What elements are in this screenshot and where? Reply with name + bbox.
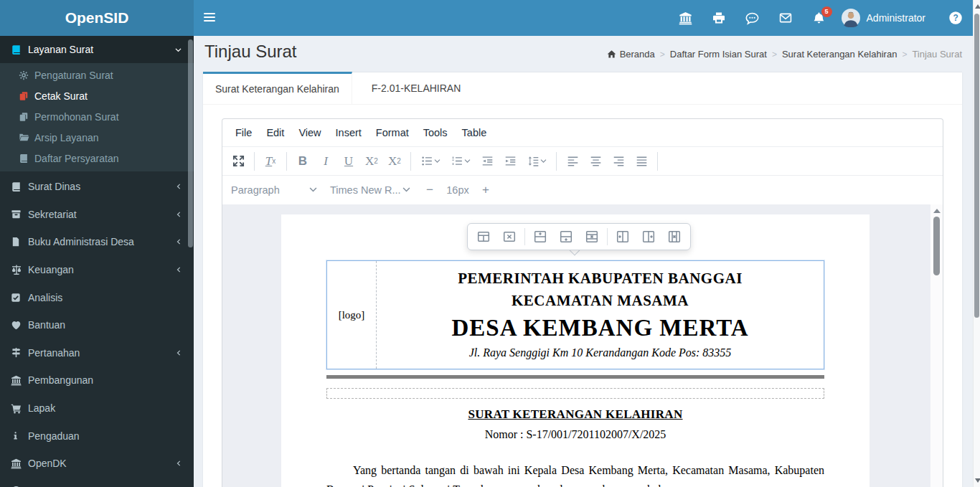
underline-icon[interactable]: U	[337, 150, 360, 173]
menu-format[interactable]: Format	[369, 123, 416, 142]
sidebar-item-opendk[interactable]: OpenDK	[0, 450, 194, 478]
institution-icon[interactable]	[679, 11, 692, 25]
menu-view[interactable]: View	[291, 123, 328, 142]
insert-column-after-icon[interactable]	[636, 226, 661, 247]
editor-content-area[interactable]: [logo] PEMERINTAH KABUPATEN BANGGAI KECA…	[222, 204, 943, 487]
letterhead-divider	[326, 375, 824, 379]
copy-icon	[19, 91, 34, 101]
letterhead-table[interactable]: [logo] PEMERINTAH KABUPATEN BANGGAI KECA…	[326, 260, 824, 369]
empty-table-row[interactable]	[326, 388, 824, 399]
bank-icon	[11, 458, 28, 469]
editor-scrollbar-thumb[interactable]	[933, 217, 940, 275]
sidebar-item-pembangunan[interactable]: Pembangunan	[0, 367, 194, 394]
sidebar-item-permohonan-surat[interactable]: Permohonan Surat	[0, 106, 194, 127]
scroll-down-arrow-icon[interactable]	[975, 478, 980, 483]
sidebar-item-analisis[interactable]: Analisis	[0, 283, 194, 311]
line-height-icon[interactable]	[522, 150, 552, 173]
sidebar-toggle-button[interactable]	[204, 13, 215, 24]
app-logo[interactable]: OpenSID	[0, 0, 194, 36]
letter-body[interactable]: Yang bertanda tangan di bawah ini Kepala…	[326, 460, 824, 487]
top-navbar: OpenSID 5 Administrator ?	[0, 0, 980, 36]
chevron-left-icon	[174, 210, 183, 219]
editor-toolbar: Tx B I U X2 X2	[222, 146, 943, 175]
window-scrollbar[interactable]	[973, 0, 980, 487]
sidebar-item-cetak-surat[interactable]: Cetak Surat	[0, 85, 194, 106]
chevron-left-icon	[174, 265, 183, 274]
bullet-list-icon[interactable]	[415, 150, 446, 173]
sidebar-item-keuangan[interactable]: Keuangan	[0, 256, 194, 284]
svg-text:?: ?	[953, 13, 958, 23]
letter-number: Nomor : S-17/001/7201102007/X/2025	[281, 428, 870, 441]
bold-icon[interactable]: B	[291, 150, 314, 173]
sidebar-item-pengaduan[interactable]: Pengaduan	[0, 422, 194, 450]
sidebar-item-lapak[interactable]: Lapak	[0, 394, 194, 422]
letterhead-text-cell[interactable]: PEMERINTAH KABUPATEN BANGGAI KECAMATAN M…	[377, 261, 824, 369]
delete-row-icon[interactable]	[579, 226, 605, 247]
tab-card: Surat Keterangan Kelahiran F-2.01-KELAHI…	[203, 72, 962, 487]
user-menu[interactable]: Administrator	[842, 9, 925, 27]
editor-menubar: File Edit View Insert Format Tools Table	[222, 119, 943, 146]
sidebar-item-sekretariat[interactable]: Sekretariat	[0, 201, 194, 229]
printer-icon[interactable]	[712, 11, 725, 24]
decrease-font-size-button[interactable]: −	[419, 183, 440, 197]
italic-icon[interactable]: I	[314, 150, 337, 173]
menu-tools[interactable]: Tools	[416, 123, 455, 142]
align-center-icon[interactable]	[584, 150, 607, 173]
window-scrollbar-thumb[interactable]	[974, 14, 979, 318]
document-page[interactable]: [logo] PEMERINTAH KABUPATEN BANGGAI KECA…	[281, 214, 870, 487]
delete-table-icon[interactable]	[496, 226, 522, 247]
increase-font-size-button[interactable]: +	[475, 183, 496, 197]
table-properties-icon[interactable]	[471, 226, 496, 247]
indent-icon[interactable]	[499, 150, 522, 173]
sidebar-item-arsip-layanan[interactable]: Arsip Layanan	[0, 127, 194, 148]
scroll-up-arrow-icon[interactable]	[975, 4, 980, 9]
book-icon	[19, 153, 34, 164]
align-right-icon[interactable]	[607, 150, 630, 173]
letterhead-logo-cell[interactable]: [logo]	[327, 261, 377, 369]
sidebar-item-surat-dinas[interactable]: Surat Dinas	[0, 173, 194, 201]
font-family-select[interactable]: Times New R...	[330, 184, 410, 196]
menu-edit[interactable]: Edit	[259, 123, 291, 142]
insert-column-before-icon[interactable]	[610, 226, 636, 247]
block-format-select[interactable]: Paragraph	[231, 184, 317, 196]
align-justify-icon[interactable]	[630, 150, 653, 173]
sidebar-scrollbar[interactable]	[188, 39, 193, 247]
breadcrumb-home[interactable]: Beranda	[620, 49, 655, 60]
sidebar-item-bantuan[interactable]: Bantuan	[0, 311, 194, 339]
notifications-bell-icon[interactable]: 5	[812, 11, 826, 25]
comments-icon[interactable]	[745, 11, 759, 25]
fullscreen-icon[interactable]	[227, 150, 250, 173]
editor-scrollbar[interactable]	[930, 204, 943, 487]
help-icon[interactable]: ?	[948, 11, 963, 25]
tab-f-2-01-kelahiran[interactable]: F-2.01-KELAHIRAN	[352, 72, 480, 104]
sidebar-item-daftar-persyaratan[interactable]: Daftar Persyaratan	[0, 148, 194, 169]
font-size-value[interactable]: 16px	[440, 184, 475, 196]
book-icon	[11, 44, 28, 55]
sidebar-item-pemetaan[interactable]: Pemetaan	[0, 478, 194, 487]
tab-surat-keterangan-kelahiran[interactable]: Surat Keterangan Kelahiran	[203, 72, 352, 104]
superscript-icon[interactable]: X2	[383, 150, 406, 173]
outdent-icon[interactable]	[476, 150, 499, 173]
sidebar-item-buku-administrasi-desa[interactable]: Buku Administrasi Desa	[0, 228, 194, 256]
numbered-list-icon[interactable]	[446, 150, 476, 173]
menu-insert[interactable]: Insert	[329, 123, 369, 142]
menu-file[interactable]: File	[228, 123, 259, 142]
breadcrumb-item[interactable]: Surat Keterangan Kelahiran	[782, 49, 897, 60]
menu-table[interactable]: Table	[455, 123, 494, 142]
insert-row-above-icon[interactable]	[527, 226, 553, 247]
sidebar-item-pengaturan-surat[interactable]: Pengaturan Surat	[0, 65, 194, 85]
align-left-icon[interactable]	[561, 150, 584, 173]
breadcrumb-item[interactable]: Daftar Form Isian Surat	[670, 49, 767, 60]
scroll-up-arrow-icon[interactable]	[933, 209, 941, 213]
delete-column-icon[interactable]	[661, 226, 687, 247]
subscript-icon[interactable]: X2	[360, 150, 383, 173]
insert-row-below-icon[interactable]	[553, 226, 579, 247]
check-square-icon	[11, 293, 28, 303]
sidebar-item-pertanahan[interactable]: Pertanahan	[0, 339, 194, 367]
layanan-surat-submenu: Pengaturan Surat Cetak Surat Permohonan …	[0, 63, 194, 171]
envelope-icon[interactable]	[779, 11, 792, 24]
letterhead-line1: PEMERINTAH KABUPATEN BANGGAI	[377, 268, 824, 290]
clear-formatting-icon[interactable]: Tx	[259, 150, 282, 173]
folder-open-icon	[19, 132, 34, 143]
sidebar-item-layanan-surat[interactable]: Layanan Surat	[0, 36, 194, 63]
